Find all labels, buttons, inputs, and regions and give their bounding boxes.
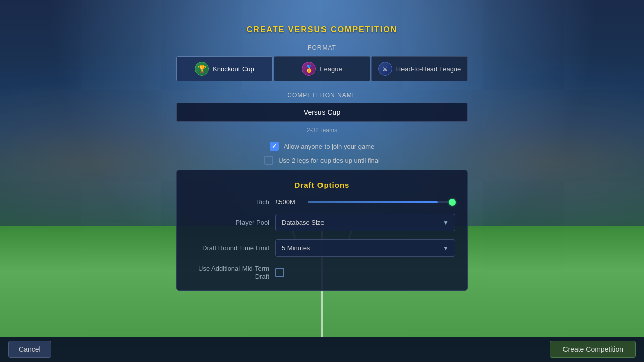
time-limit-arrow-icon: ▼ [443,245,449,252]
player-pool-content: Database Size ▼ [275,214,455,231]
h2h-icon: ⚔ [378,62,392,76]
format-tabs: 🏆 Knockout Cup 🏅 League ⚔ Head-to-Head L… [176,56,468,81]
time-limit-row: Draft Round Time Limit 5 Minutes ▼ [189,239,455,257]
modal-container: CREATE VERSUS COMPETITION FORMAT 🏆 Knock… [176,25,468,291]
mid-term-checkbox[interactable] [275,268,284,277]
competition-name-label: COMPETITION NAME [176,92,468,99]
time-limit-label: Draft Round Time Limit [189,244,269,252]
player-pool-label: Player Pool [189,219,269,226]
player-pool-row: Player Pool Database Size ▼ [189,214,455,231]
tab-knockout[interactable]: 🏆 Knockout Cup [176,56,273,81]
league-icon: 🏅 [302,62,316,76]
mid-term-label: Use Additional Mid-Term Draft [189,265,269,280]
cancel-button[interactable]: Cancel [8,341,51,358]
time-limit-value: 5 Minutes [282,244,310,252]
tab-h2h-label: Head-to-Head League [396,65,461,73]
allow-anyone-label: Allow anyone to join your game [284,143,375,150]
rich-slider-fill [308,201,438,203]
tab-league[interactable]: 🏅 League [274,56,370,81]
allow-anyone-row: Allow anyone to join your game [176,142,468,151]
two-legs-label: Use 2 legs for cup ties up until final [278,157,380,164]
draft-options-title: Draft Options [189,180,455,189]
rich-content: £500M [275,198,455,206]
two-legs-row: Use 2 legs for cup ties up until final [176,156,468,165]
bottom-bar: Cancel Create Competition [0,337,644,362]
rich-slider-thumb [449,199,456,206]
draft-options-panel: Draft Options Rich £500M Player Pool Dat… [176,170,468,291]
player-pool-value: Database Size [282,219,325,226]
create-competition-button[interactable]: Create Competition [550,341,636,358]
page-title: CREATE VERSUS COMPETITION [176,25,468,34]
rich-label: Rich [189,198,269,206]
player-pool-arrow-icon: ▼ [443,219,449,226]
format-label: FORMAT [176,44,468,51]
competition-name-input[interactable] [176,103,468,122]
teams-info: 2-32 teams [176,127,468,134]
rich-row: Rich £500M [189,198,455,206]
tab-league-label: League [320,65,342,73]
player-pool-dropdown[interactable]: Database Size ▼ [275,214,455,231]
two-legs-checkbox[interactable] [264,156,273,165]
rich-value: £500M [275,198,303,206]
tab-h2h[interactable]: ⚔ Head-to-Head League [371,56,468,81]
mid-term-row: Use Additional Mid-Term Draft [189,265,455,280]
rich-slider-track[interactable] [308,201,455,203]
time-limit-dropdown[interactable]: 5 Minutes ▼ [275,239,455,257]
allow-anyone-checkbox[interactable] [270,142,279,151]
knockout-icon: 🏆 [195,62,209,76]
rich-slider-container: £500M [275,198,455,206]
tab-knockout-label: Knockout Cup [213,65,254,73]
mid-term-content [275,268,455,277]
time-limit-content: 5 Minutes ▼ [275,239,455,257]
